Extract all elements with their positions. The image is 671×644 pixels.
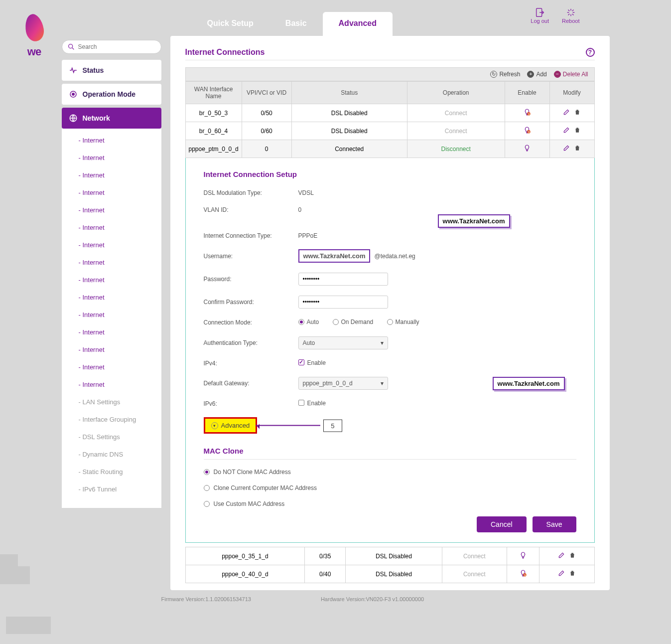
- sidebar-sub-internet[interactable]: - Internet: [79, 358, 161, 376]
- edit-icon[interactable]: [558, 552, 565, 560]
- trash-icon[interactable]: [574, 145, 581, 153]
- mac-opt-clone[interactable]: Clone Current Computer MAC Address: [204, 484, 576, 491]
- annotation-arrow: 5: [256, 419, 342, 432]
- sidebar-sub-internet[interactable]: - Internet: [79, 132, 161, 149]
- sidebar-sub-internet[interactable]: - Internet: [79, 219, 161, 236]
- mac-opt-custom[interactable]: Use Custom MAC Address: [204, 500, 576, 507]
- table-row[interactable]: br_0_50_30/50DSL Disabled Connect: [185, 104, 594, 122]
- firmware-version: Firmware Version:1.1.020061534713: [161, 596, 251, 602]
- bulb-icon[interactable]: [523, 126, 531, 134]
- radio-auto[interactable]: Auto: [298, 319, 319, 325]
- sidebar-sub-ifgroup[interactable]: - Interface Grouping: [79, 411, 161, 428]
- trash-icon[interactable]: [569, 570, 576, 578]
- chevron-down-icon: ▾: [381, 339, 384, 346]
- svg-point-3: [72, 93, 74, 96]
- edit-icon[interactable]: [563, 127, 570, 135]
- chevron-down-icon: ▾: [211, 422, 218, 429]
- reboot-button[interactable]: Reboot: [562, 7, 579, 24]
- trash-icon[interactable]: [569, 552, 576, 560]
- delete-all-button[interactable]: −Delete All: [554, 71, 588, 78]
- sidebar-sub-internet[interactable]: - Internet: [79, 149, 161, 166]
- sidebar-sub-internet[interactable]: - Internet: [79, 201, 161, 219]
- cancel-button[interactable]: Cancel: [477, 516, 527, 532]
- globe-icon: [69, 114, 78, 123]
- sidebar-sub-internet[interactable]: - Internet: [79, 271, 161, 289]
- mac-opt-noclone[interactable]: Do NOT Clone MAC Address: [204, 469, 576, 476]
- plus-icon: +: [527, 71, 534, 78]
- sidebar-item-status[interactable]: Status: [62, 60, 161, 81]
- gateway-select[interactable]: pppoe_ptm_0_0_d▾: [298, 377, 388, 390]
- edit-icon[interactable]: [558, 570, 565, 578]
- hardware-version: Hardware Version:VN020-F3 v1.00000000: [321, 596, 424, 602]
- sidebar-sub-internet[interactable]: - Internet: [79, 306, 161, 323]
- sidebar-sub-ddns[interactable]: - Dynamic DNS: [79, 446, 161, 463]
- trash-icon[interactable]: [574, 109, 581, 117]
- edit-icon[interactable]: [563, 145, 570, 153]
- radio-ondemand[interactable]: On Demand: [333, 319, 374, 325]
- wan-table: WAN Interface Name VPI/VCI or VID Status…: [185, 81, 595, 158]
- sidebar-sub-dsl[interactable]: - DSL Settings: [79, 428, 161, 446]
- search-input[interactable]: [75, 42, 156, 51]
- add-button[interactable]: +Add: [527, 71, 546, 78]
- table-row[interactable]: br_0_60_40/60DSL Disabled Connect: [185, 122, 594, 140]
- advanced-toggle[interactable]: ▾ Advanced 5: [204, 417, 258, 434]
- table-row[interactable]: pppoe_0_35_1_d0/35DSL Disabled Connect: [185, 547, 594, 565]
- ipv4-enable-checkbox[interactable]: Enable: [298, 359, 326, 366]
- tab-advanced[interactable]: Advanced: [323, 12, 393, 36]
- help-icon[interactable]: ?: [586, 48, 595, 57]
- sidebar-item-opmode[interactable]: Operation Mode: [62, 84, 161, 105]
- sidebar-sub-internet[interactable]: - Internet: [79, 289, 161, 306]
- bulb-icon[interactable]: [523, 144, 531, 152]
- refresh-icon: ↻: [490, 71, 497, 78]
- chevron-down-icon: ▾: [381, 380, 384, 387]
- minus-icon: −: [554, 71, 561, 78]
- mac-clone-title: MAC Clone: [204, 447, 576, 460]
- save-button[interactable]: Save: [533, 516, 576, 532]
- reboot-icon: [565, 7, 576, 18]
- sidebar-sub-internet[interactable]: - Internet: [79, 184, 161, 201]
- username-suffix: @tedata.net.eg: [374, 253, 415, 260]
- trash-icon[interactable]: [574, 127, 581, 135]
- edit-icon[interactable]: [563, 109, 570, 117]
- sidebar-sub-ipv6tunnel[interactable]: - IPv6 Tunnel: [79, 481, 161, 498]
- sidebar-item-network[interactable]: Network: [62, 108, 161, 129]
- pulse-icon: [69, 66, 78, 75]
- confirm-password-field[interactable]: [298, 296, 388, 309]
- table-row[interactable]: pppoe_0_40_0_d0/40DSL Disabled Connect: [185, 565, 594, 583]
- logout-icon: [535, 7, 545, 18]
- bulb-icon[interactable]: [519, 569, 527, 577]
- page-title: Internet Connections: [185, 48, 265, 57]
- bulb-icon[interactable]: [519, 551, 527, 559]
- sidebar-sub-internet[interactable]: - Internet: [79, 166, 161, 184]
- bulb-icon[interactable]: [523, 108, 531, 116]
- target-icon: [69, 90, 78, 99]
- table-row[interactable]: pppoe_ptm_0_0_d0Connected Disconnect: [185, 140, 594, 158]
- brand-logo: we: [19, 14, 49, 61]
- sidebar-sub-internet[interactable]: - Internet: [79, 236, 161, 254]
- setup-title: Internet Connection Setup: [204, 170, 576, 178]
- sidebar-sub-lan[interactable]: - LAN Settings: [79, 393, 161, 411]
- sidebar-sub-staticroute[interactable]: - Static Routing: [79, 463, 161, 481]
- sidebar-sub-internet[interactable]: - Internet: [79, 341, 161, 358]
- ipv6-enable-checkbox[interactable]: Enable: [298, 400, 326, 407]
- logout-button[interactable]: Log out: [531, 7, 549, 24]
- search-icon: [67, 43, 75, 51]
- tab-quick-setup[interactable]: Quick Setup: [191, 12, 269, 36]
- sidebar-sub-internet[interactable]: - Internet: [79, 323, 161, 341]
- username-watermark: www.TazkraNet.com: [298, 249, 371, 263]
- connection-setup-panel: Internet Connection Setup DSL Modulation…: [185, 158, 595, 543]
- search-input-wrap[interactable]: [62, 40, 161, 54]
- radio-manually[interactable]: Manually: [387, 319, 419, 325]
- wan-table-continued: pppoe_0_35_1_d0/35DSL Disabled Connect p…: [185, 547, 595, 583]
- svg-point-1: [68, 44, 72, 48]
- refresh-button[interactable]: ↻Refresh: [490, 71, 520, 78]
- sidebar-sub-internet[interactable]: - Internet: [79, 376, 161, 393]
- sidebar-sub-internet[interactable]: - Internet: [79, 254, 161, 271]
- password-field[interactable]: [298, 273, 388, 286]
- tab-basic[interactable]: Basic: [269, 12, 323, 36]
- auth-type-select[interactable]: Auto▾: [298, 336, 388, 349]
